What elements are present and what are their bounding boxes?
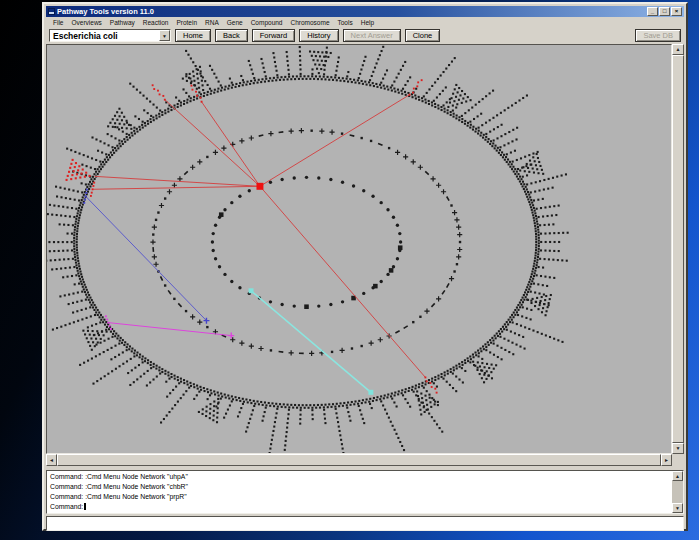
organism-selector-value: Escherichia coli — [50, 31, 118, 41]
genome-overview-canvas[interactable] — [46, 44, 672, 454]
vertical-scrollbar-thumb[interactable] — [672, 55, 684, 443]
back-button[interactable]: Back — [215, 29, 248, 42]
console-line: Command: :Cmd Menu Node Network "uhpA" — [50, 472, 680, 482]
menu-item-overviews[interactable]: Overviews — [67, 19, 105, 26]
scroll-down-icon[interactable]: ▼ — [672, 443, 684, 454]
window-controls: _ □ × — [647, 7, 682, 16]
scroll-right-icon[interactable]: ► — [661, 454, 672, 466]
menu-item-rna[interactable]: RNA — [201, 19, 223, 26]
next-answer-button: Next Answer — [343, 29, 401, 42]
text-cursor — [84, 503, 86, 510]
menu-item-tools[interactable]: Tools — [334, 19, 357, 26]
horizontal-scrollbar[interactable]: ◄ ► — [46, 454, 672, 466]
app-icon — [48, 8, 55, 15]
menu-item-help[interactable]: Help — [357, 19, 378, 26]
app-window: Pathway Tools version 11.0 _ □ × File Ov… — [42, 2, 688, 531]
console-line: Command: :Cmd Menu Node Network "chbR" — [50, 482, 680, 492]
scroll-left-icon[interactable]: ◄ — [46, 454, 57, 466]
menu-item-reaction[interactable]: Reaction — [139, 19, 173, 26]
genome-viewport: ▲ ▼ ◄ ► — [46, 44, 684, 466]
window-title: Pathway Tools version 11.0 — [57, 7, 645, 16]
organism-selector[interactable]: Escherichia coli ▼ — [49, 29, 171, 42]
desktop: { "window": { "title": "Pathway Tools ve… — [0, 0, 699, 540]
command-console[interactable]: Command: :Cmd Menu Node Network "uhpA" C… — [46, 470, 684, 514]
vertical-scrollbar[interactable]: ▲ ▼ — [672, 44, 684, 454]
history-button[interactable]: History — [299, 29, 338, 42]
scroll-up-icon[interactable]: ▲ — [672, 471, 683, 481]
horizontal-scrollbar-thumb[interactable] — [57, 454, 661, 466]
scroll-up-icon[interactable]: ▲ — [672, 44, 684, 55]
menu-item-gene[interactable]: Gene — [223, 19, 247, 26]
maximize-icon[interactable]: □ — [659, 7, 670, 16]
menu-item-compound[interactable]: Compound — [247, 19, 287, 26]
console-line: Command: :Cmd Menu Node Network "prpR" — [50, 492, 680, 502]
scroll-down-icon[interactable]: ▼ — [672, 503, 683, 513]
home-button[interactable]: Home — [175, 29, 211, 42]
save-db-button: Save DB — [635, 29, 681, 42]
menu-item-file[interactable]: File — [49, 19, 67, 26]
chevron-down-icon[interactable]: ▼ — [159, 30, 170, 41]
forward-button[interactable]: Forward — [252, 29, 296, 42]
menu-item-chromosome[interactable]: Chromosome — [286, 19, 333, 26]
toolbar: Escherichia coli ▼ Home Back Forward His… — [46, 28, 684, 43]
console-prompt-line: Command: — [50, 502, 680, 512]
title-bar[interactable]: Pathway Tools version 11.0 _ □ × — [46, 6, 684, 17]
scrollbar-corner — [672, 454, 684, 466]
close-icon[interactable]: × — [671, 7, 682, 16]
menu-item-protein[interactable]: Protein — [172, 19, 201, 26]
console-prompt: Command: — [50, 503, 83, 510]
clone-button[interactable]: Clone — [405, 29, 441, 42]
menu-bar: File Overviews Pathway Reaction Protein … — [46, 18, 684, 27]
genome-overview — [47, 45, 671, 453]
minimize-icon[interactable]: _ — [647, 7, 658, 16]
console-input[interactable] — [46, 516, 684, 531]
console-scrollbar[interactable]: ▲ ▼ — [672, 471, 683, 513]
menu-item-pathway[interactable]: Pathway — [106, 19, 139, 26]
